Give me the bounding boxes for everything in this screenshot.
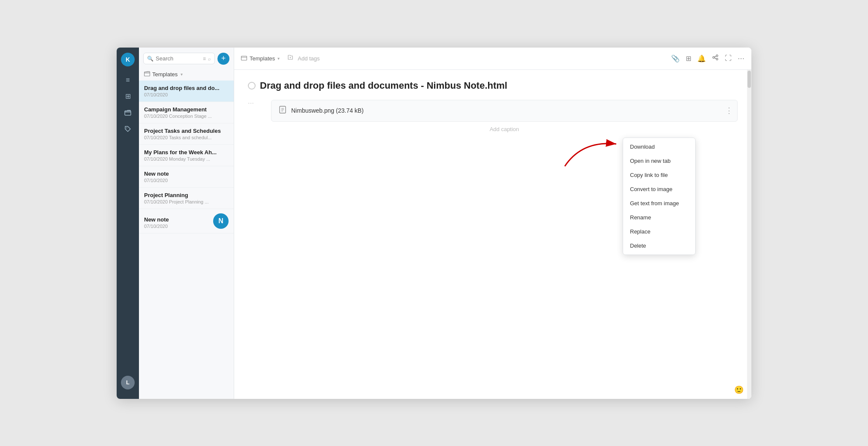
doc-title-row: Drag and drop files and documents - Nimb… xyxy=(248,80,738,91)
svg-rect-0 xyxy=(125,111,131,115)
sidebar-item-title-5: Project Planning xyxy=(144,192,229,198)
sidebar-item-title-4: New note xyxy=(144,171,229,177)
scrollbar-thumb[interactable] xyxy=(747,71,751,88)
svg-point-6 xyxy=(713,57,714,58)
tag-rail-icon[interactable] xyxy=(121,122,135,136)
folder-header[interactable]: Templates ▾ xyxy=(139,68,234,81)
sidebar-item-4[interactable]: New note 07/10/2020 xyxy=(139,166,234,188)
sidebar-item-title-2: Project Tasks and Schedules xyxy=(144,128,229,134)
sidebar: 🔍 ≡ ⌕ + Templates ▾ Drag and drop files … xyxy=(139,48,234,399)
svg-rect-3 xyxy=(241,56,247,60)
emoji-button[interactable]: 🙂 xyxy=(734,385,744,395)
icon-rail: K ≡ ⊞ L xyxy=(117,48,139,399)
sidebar-folder-label: Templates xyxy=(152,71,178,78)
svg-point-1 xyxy=(127,127,127,128)
sidebar-item-2[interactable]: Project Tasks and Schedules 07/10/2020 T… xyxy=(139,123,234,145)
sidebar-item-5[interactable]: Project Planning 07/10/2020 Project Plan… xyxy=(139,188,234,209)
sidebar-list: Drag and drop files and do... 07/10/2020… xyxy=(139,81,234,399)
fullscreen-icon[interactable]: ⛶ xyxy=(725,54,732,62)
folder-icon xyxy=(144,71,150,78)
grid-icon[interactable]: ⊞ xyxy=(121,90,135,103)
red-arrow-indicator xyxy=(556,136,625,172)
svg-point-7 xyxy=(716,58,718,60)
block-handle-icon[interactable]: ⋯ xyxy=(248,100,254,107)
context-menu-copy-link[interactable]: Copy link to file xyxy=(623,168,695,182)
chevron-down-icon: ▾ xyxy=(181,72,183,77)
context-menu-replace[interactable]: Replace xyxy=(623,224,695,239)
add-tags-label[interactable]: Add tags xyxy=(298,55,319,62)
sidebar-item-meta-3: 07/10/2020 Monday Tuesday ... xyxy=(144,156,229,162)
sidebar-item-0[interactable]: Drag and drop files and do... 07/10/2020 xyxy=(139,81,234,102)
sidebar-search-area: 🔍 ≡ ⌕ + xyxy=(139,48,234,68)
breadcrumb-folder-icon xyxy=(241,55,247,62)
sidebar-item-title-1: Campaign Management xyxy=(144,106,229,113)
context-menu: Download Open in new tab Copy link to fi… xyxy=(623,138,696,255)
header-actions: 📎 ⊞ 🔔 ⛶ ⋯ xyxy=(671,54,744,63)
attachment-icon[interactable]: 📎 xyxy=(671,54,680,63)
scrollbar-track xyxy=(747,70,751,399)
breadcrumb: Templates ▾ Add tags xyxy=(241,54,667,62)
filter-icon[interactable]: ≡ xyxy=(203,56,206,62)
context-menu-convert-image[interactable]: Convert to image xyxy=(623,182,695,196)
sidebar-item-1[interactable]: Campaign Management 07/10/2020 Conceptio… xyxy=(139,102,234,123)
more-options-icon[interactable]: ⋯ xyxy=(738,54,744,63)
svg-rect-2 xyxy=(145,72,150,76)
main-header: Templates ▾ Add tags 📎 ⊞ 🔔 ⛶ ⋯ xyxy=(234,48,751,70)
sidebar-item-meta-1: 07/10/2020 Conception Stage ... xyxy=(144,114,229,119)
search-icon-right[interactable]: ⌕ xyxy=(208,56,211,61)
svg-point-5 xyxy=(716,55,718,57)
context-menu-download[interactable]: Download xyxy=(623,140,695,154)
notification-icon[interactable]: 🔔 xyxy=(697,54,706,63)
search-box[interactable]: 🔍 ≡ ⌕ xyxy=(143,53,215,64)
doc-status-circle xyxy=(248,82,256,90)
sidebar-item-title-6: New note xyxy=(144,216,169,223)
file-name-label: Nimbusweb.png (23.74 kB) xyxy=(291,107,364,114)
sidebar-item-meta-6: 07/10/2020 xyxy=(144,224,169,229)
nimbus-badge: N xyxy=(213,213,229,229)
sidebar-item-6[interactable]: New note 07/10/2020 N xyxy=(139,209,234,233)
sidebar-item-3[interactable]: My Plans for the Week Ah... 07/10/2020 M… xyxy=(139,145,234,166)
caption-area[interactable]: Add caption xyxy=(271,126,738,132)
file-more-icon[interactable]: ⋮ xyxy=(725,106,733,115)
add-button[interactable]: + xyxy=(217,53,229,65)
user-avatar-bottom[interactable]: L xyxy=(121,376,135,389)
share-icon[interactable] xyxy=(712,54,719,63)
folder-rail-icon[interactable] xyxy=(121,106,135,120)
sidebar-item-bottom-6: New note 07/10/2020 N xyxy=(144,213,229,229)
breadcrumb-chevron-icon: ▾ xyxy=(277,56,280,61)
sidebar-item-meta-0: 07/10/2020 xyxy=(144,92,229,97)
sidebar-item-meta-4: 07/10/2020 xyxy=(144,178,229,183)
context-menu-rename[interactable]: Rename xyxy=(623,210,695,224)
file-type-icon xyxy=(278,105,287,116)
sidebar-item-title-3: My Plans for the Week Ah... xyxy=(144,149,229,156)
svg-point-4 xyxy=(290,57,291,58)
context-menu-get-text[interactable]: Get text from image xyxy=(623,196,695,210)
sidebar-item-meta-2: 07/10/2020 Tasks and schedul... xyxy=(144,135,229,140)
hamburger-icon[interactable]: ≡ xyxy=(121,73,135,87)
grid-view-icon[interactable]: ⊞ xyxy=(686,54,691,63)
file-block: Nimbusweb.png (23.74 kB) ⋮ xyxy=(271,100,738,122)
sidebar-item-title-0: Drag and drop files and do... xyxy=(144,85,229,91)
sidebar-item-meta-5: 07/10/2020 Project Planning ... xyxy=(144,199,229,204)
main-content: Templates ▾ Add tags 📎 ⊞ 🔔 ⛶ ⋯ xyxy=(234,48,751,399)
context-menu-delete[interactable]: Delete xyxy=(623,239,695,253)
context-menu-open-new-tab[interactable]: Open in new tab xyxy=(623,154,695,168)
breadcrumb-label: Templates xyxy=(250,55,275,62)
search-icon: 🔍 xyxy=(147,56,154,62)
document-area: Drag and drop files and documents - Nimb… xyxy=(234,70,751,399)
user-avatar-top[interactable]: K xyxy=(121,53,135,66)
search-input[interactable] xyxy=(156,55,201,62)
doc-title: Drag and drop files and documents - Nimb… xyxy=(260,80,507,91)
